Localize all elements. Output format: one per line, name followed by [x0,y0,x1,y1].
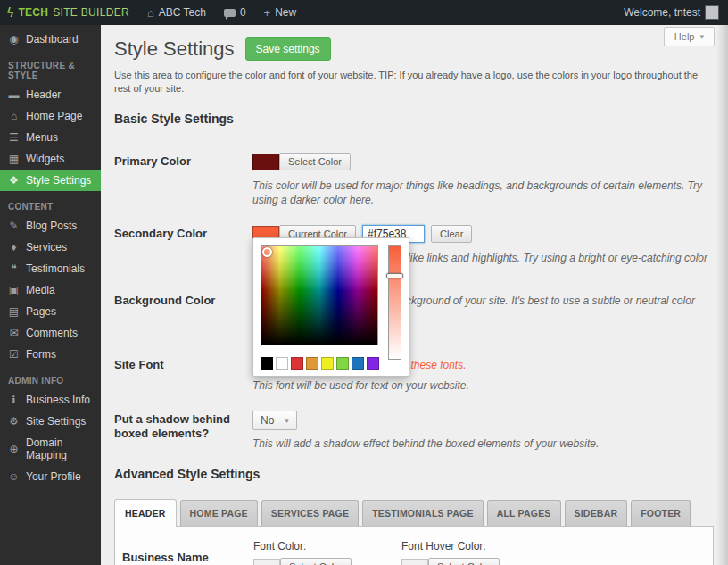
sidebar-item-dashboard[interactable]: ◉ Dashboard [0,29,101,50]
sidebar-item-label: Dashboard [26,33,79,46]
shadow-select[interactable]: No ▾ [252,411,297,430]
sidebar-item-label: Home Page [26,110,82,122]
services-icon: ♦ [8,241,20,253]
caret-down-icon: ▾ [699,32,704,41]
secondary-color-row: Secondary Color Current Color Clear This… [114,225,714,279]
sidebar-item-label: Site Settings [26,415,86,428]
sidebar-item-services[interactable]: ♦ Services [0,237,101,258]
sidebar-item-business-info[interactable]: ℹ Business Info [0,389,101,411]
save-settings-button[interactable]: Save settings [245,37,331,61]
sidebar-section-structure-style: STRUCTURE & STYLE [0,50,101,84]
welcome-text: Welcome, tntest [624,6,700,19]
shade-slider-handle[interactable] [386,273,403,278]
tab-services-page[interactable]: SERVICES PAGE [261,500,359,526]
tab-home-page[interactable]: HOME PAGE [180,500,258,526]
admin-sidebar: ◉ Dashboard STRUCTURE & STYLE ▬ Header ⌂… [0,25,101,565]
sidebar-item-label: Comments [26,327,78,339]
palette-swatch-orange[interactable] [306,357,318,370]
sidebar-item-blog-posts[interactable]: ✎ Blog Posts [0,215,101,237]
sidebar-item-label: Testimonials [26,262,85,275]
admin-topbar: ϟ TECH SITE BUILDER ⌂ ABC Tech 0 + New W… [0,0,728,25]
font-color-select-button[interactable]: Select Color [280,558,352,565]
palette-swatch-yellow[interactable] [321,357,334,370]
user-icon: ☺ [8,470,20,483]
sidebar-item-label: Business Info [26,394,90,406]
sidebar-item-label: Forms [26,348,56,361]
site-name: ABC Tech [159,6,206,19]
shade-slider-strip[interactable] [388,245,401,360]
tab-testimonials-page[interactable]: TESTIMONIALS PAGE [362,500,483,526]
advanced-settings-heading: Advanced Style Settings [114,467,714,481]
palette-swatch-white[interactable] [276,357,288,370]
sidebar-item-label: Header [26,88,61,101]
saturation-value-square[interactable] [261,245,378,345]
header-icon: ▬ [8,88,20,101]
primary-color-row: Primary Color Select Color This color wi… [114,153,714,207]
topbar-new-button[interactable]: + New [255,0,306,25]
tab-footer[interactable]: FOOTER [631,500,691,526]
sidebar-item-label: Media [26,284,55,296]
shadow-row: Put a shadow behind boxed elements? No ▾… [114,411,714,451]
palette-swatch-green[interactable] [336,357,349,370]
font-hover-color-select-button[interactable]: Select Color [428,558,500,565]
menus-icon: ☰ [8,131,20,144]
basic-settings-heading: Basic Style Settings [114,112,714,126]
topbar-comments[interactable]: 0 [215,0,255,25]
font-hover-color-group: Font Hover Color: Select Color [401,540,500,565]
gear-icon: ⚙ [8,415,20,428]
sidebar-item-widgets[interactable]: ▦ Widgets [0,148,101,170]
sidebar-section-content: CONTENT [0,191,101,215]
clear-color-button[interactable]: Clear [431,225,472,243]
comment-icon: ✉ [8,327,20,339]
sidebar-item-style-settings[interactable]: ❖ Style Settings [0,170,101,191]
sidebar-item-comments[interactable]: ✉ Comments [0,322,101,344]
palette-swatch-blue[interactable] [352,357,364,370]
help-label: Help [674,31,695,42]
picker-selection-marker[interactable] [262,247,272,257]
sidebar-item-menus[interactable]: ☰ Menus [0,127,101,148]
sidebar-item-label: Pages [26,305,56,318]
pages-icon: ▤ [8,305,20,318]
sidebar-item-your-profile[interactable]: ☺ Your Profile [0,466,101,487]
help-button[interactable]: Help ▾ [664,27,715,46]
globe-icon: ⊕ [8,443,20,455]
app-logo[interactable]: ϟ TECH SITE BUILDER [0,0,138,25]
logo-text-primary: TECH [18,6,48,19]
sidebar-item-label: Blog Posts [26,220,77,232]
palette-swatch-black[interactable] [261,357,273,370]
sidebar-item-domain-mapping[interactable]: ⊕ Domain Mapping [0,432,101,466]
quote-icon: ❝ [8,262,20,275]
tab-header[interactable]: HEADER [114,499,177,527]
sidebar-item-testimonials[interactable]: ❝ Testimonials [0,258,101,279]
palette-swatch-red[interactable] [291,357,303,370]
sidebar-item-home-page[interactable]: ⌂ Home Page [0,105,101,127]
plus-icon: + [264,6,271,20]
sidebar-item-site-settings[interactable]: ⚙ Site Settings [0,411,101,432]
primary-select-color-button[interactable]: Select Color [279,153,351,170]
font-color-swatch[interactable] [253,559,280,565]
caret-down-icon: ▾ [285,416,289,425]
topbar-account-menu[interactable]: Welcome, tntest [615,0,728,25]
avatar [705,5,719,20]
home-icon: ⌂ [8,110,20,122]
site-font-label: Site Font [114,356,252,393]
preview-fonts-link[interactable]: d these fonts. [401,359,466,371]
font-hover-color-swatch[interactable] [401,559,428,565]
sidebar-item-forms[interactable]: ☑ Forms [0,344,101,365]
palette-swatch-purple[interactable] [367,357,379,370]
primary-color-label: Primary Color [114,153,252,207]
tab-all-pages[interactable]: ALL PAGES [487,500,561,526]
shadow-select-value: No [261,414,274,427]
new-label: New [275,6,296,19]
sidebar-item-media[interactable]: ▣ Media [0,279,101,301]
topbar-site-link[interactable]: ⌂ ABC Tech [138,0,215,25]
preset-color-palette [261,357,379,370]
sidebar-item-label: Domain Mapping [26,436,95,461]
primary-color-swatch[interactable] [252,154,279,170]
sidebar-item-header[interactable]: ▬ Header [0,84,101,105]
tab-sidebar[interactable]: SIDEBAR [565,500,628,526]
main-content: Style Settings Save settings Use this ar… [101,25,728,565]
primary-color-description: This color will be used for major things… [252,179,714,207]
media-icon: ▣ [8,284,20,296]
sidebar-item-pages[interactable]: ▤ Pages [0,301,101,322]
